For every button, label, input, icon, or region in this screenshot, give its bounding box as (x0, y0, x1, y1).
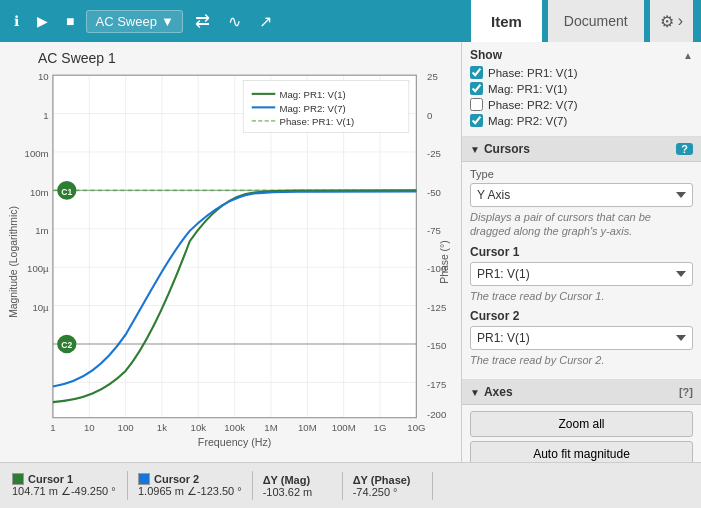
play-button[interactable]: ▶ (31, 9, 54, 33)
checkbox-mag-pr2-label: Mag: PR2: V(7) (488, 115, 567, 127)
cursor1-select[interactable]: PR1: V(1) PR2: V(7) (470, 262, 693, 286)
checkbox-phase-pr1[interactable]: Phase: PR1: V(1) (470, 66, 693, 79)
tab-document-label: Document (564, 13, 628, 29)
cursor2-select[interactable]: PR1: V(1) PR2: V(7) (470, 326, 693, 350)
svg-text:1m: 1m (35, 225, 48, 236)
type-select[interactable]: Y Axis X Axis Free (470, 183, 693, 207)
gear-icon: ⚙ (660, 12, 674, 31)
svg-text:10: 10 (84, 422, 95, 433)
checkbox-phase-pr1-label: Phase: PR1: V(1) (488, 67, 577, 79)
cursor2-status-header: Cursor 2 (138, 473, 242, 485)
cursors-section-header[interactable]: ▼ Cursors ? (462, 137, 701, 162)
chevron-icon: › (678, 12, 683, 30)
cursors-help-badge[interactable]: ? (676, 143, 693, 155)
sine-button[interactable]: ∿ (222, 8, 247, 35)
svg-text:Mag: PR1: V(1): Mag: PR1: V(1) (280, 89, 346, 100)
type-description: Displays a pair of cursors that can be d… (470, 210, 693, 239)
checkbox-mag-pr2[interactable]: Mag: PR2: V(7) (470, 114, 693, 127)
scroll-up-icon[interactable]: ▲ (683, 50, 693, 61)
svg-text:Frequency (Hz): Frequency (Hz) (198, 436, 272, 448)
axes-help-badge[interactable]: [?] (679, 386, 693, 398)
cursor2-group: Cursor 2 PR1: V(1) PR2: V(7) The trace r… (470, 309, 693, 367)
checkbox-mag-pr2-input[interactable] (470, 114, 483, 127)
svg-text:10G: 10G (407, 422, 425, 433)
svg-text:100k: 100k (224, 422, 245, 433)
svg-text:-75: -75 (427, 225, 441, 236)
svg-text:C1: C1 (61, 187, 72, 197)
zoom-all-button[interactable]: Zoom all (470, 411, 693, 437)
sweep-selector[interactable]: AC Sweep ▼ (86, 10, 182, 33)
cursor2-label: Cursor 2 (470, 309, 693, 323)
svg-text:10M: 10M (298, 422, 317, 433)
svg-text:1: 1 (43, 110, 48, 121)
svg-text:-25: -25 (427, 148, 441, 159)
sweep-label: AC Sweep (95, 14, 156, 29)
main-content: AC Sweep 1 (0, 42, 701, 462)
cursor1-group: Cursor 1 PR1: V(1) PR2: V(7) The trace r… (470, 245, 693, 303)
cursor1-status-label: Cursor 1 (28, 473, 73, 485)
delta-y-phase-header: ΔY (Phase) (353, 474, 422, 486)
svg-text:-175: -175 (427, 379, 446, 390)
svg-text:100m: 100m (25, 148, 49, 159)
checkbox-phase-pr2[interactable]: Phase: PR2: V(7) (470, 98, 693, 111)
auto-fit-button[interactable]: Auto fit magnitude (470, 441, 693, 462)
cursor1-status: Cursor 1 104.71 m ∠-49.250 ° (8, 471, 128, 500)
cursors-arrow-icon: ▼ (470, 144, 480, 155)
info-icon: ℹ (14, 13, 19, 29)
checkbox-phase-pr2-input[interactable] (470, 98, 483, 111)
svg-text:Phase (°): Phase (°) (438, 240, 450, 283)
svg-text:1k: 1k (157, 422, 167, 433)
chart-svg[interactable]: C1 C2 Mag: PR1: V(1) Mag: PR2: V(7) Phas… (8, 70, 457, 454)
tab-item[interactable]: Item (471, 0, 542, 42)
checkbox-mag-pr1-input[interactable] (470, 82, 483, 95)
chart-area: AC Sweep 1 (0, 42, 461, 462)
stop-icon: ■ (66, 13, 74, 29)
cursor2-color-box (138, 473, 150, 485)
checkbox-mag-pr1[interactable]: Mag: PR1: V(1) (470, 82, 693, 95)
delta-y-phase-status: ΔY (Phase) -74.250 ° (343, 472, 433, 500)
checkbox-phase-pr1-input[interactable] (470, 66, 483, 79)
cursor1-status-header: Cursor 1 (12, 473, 117, 485)
svg-text:1G: 1G (374, 422, 387, 433)
tab-item-label: Item (491, 13, 522, 30)
sweep-arrow-icon: ▼ (161, 14, 174, 29)
show-label-text: Show (470, 48, 502, 62)
right-panel: Show ▲ Phase: PR1: V(1) Mag: PR1: V(1) P… (461, 42, 701, 462)
cursor1-color-box (12, 473, 24, 485)
svg-text:10µ: 10µ (32, 302, 49, 313)
info-button[interactable]: ℹ (8, 9, 25, 33)
toolbar: ℹ ▶ ■ AC Sweep ▼ ⇄ ∿ ↗ Item Document ⚙ › (0, 0, 701, 42)
stop-button[interactable]: ■ (60, 9, 80, 33)
tab-document[interactable]: Document (548, 0, 644, 42)
axes-section-header[interactable]: ▼ Axes [?] (462, 380, 701, 405)
show-section: Show ▲ Phase: PR1: V(1) Mag: PR1: V(1) P… (462, 42, 701, 137)
status-bar: Cursor 1 104.71 m ∠-49.250 ° Cursor 2 1.… (0, 462, 701, 508)
cursor2-description: The trace read by Cursor 2. (470, 353, 693, 367)
svg-text:10k: 10k (191, 422, 207, 433)
delta-y-phase-label: ΔY (Phase) (353, 474, 411, 486)
chart-container[interactable]: C1 C2 Mag: PR1: V(1) Mag: PR2: V(7) Phas… (8, 70, 457, 454)
cursor1-status-value: 104.71 m ∠-49.250 ° (12, 485, 117, 498)
axes-arrow-icon: ▼ (470, 387, 480, 398)
measure-button[interactable]: ↗ (253, 8, 278, 35)
cursor2-status-label: Cursor 2 (154, 473, 199, 485)
waveform-button[interactable]: ⇄ (189, 6, 216, 36)
cursor2-status-value: 1.0965 m ∠-123.50 ° (138, 485, 242, 498)
svg-text:1: 1 (50, 422, 55, 433)
svg-text:0: 0 (427, 110, 432, 121)
delta-y-mag-status: ΔY (Mag) -103.62 m (253, 472, 343, 500)
svg-text:100M: 100M (332, 422, 356, 433)
svg-text:-125: -125 (427, 302, 446, 313)
play-icon: ▶ (37, 13, 48, 29)
delta-y-phase-value: -74.250 ° (353, 486, 422, 498)
svg-text:-50: -50 (427, 187, 441, 198)
svg-text:-200: -200 (427, 409, 446, 420)
svg-text:1M: 1M (264, 422, 277, 433)
svg-text:100µ: 100µ (27, 264, 49, 275)
settings-button[interactable]: ⚙ › (650, 0, 693, 42)
cursor1-description: The trace read by Cursor 1. (470, 289, 693, 303)
chart-title: AC Sweep 1 (38, 50, 457, 66)
svg-text:100: 100 (118, 422, 134, 433)
cursors-label: Cursors (484, 142, 530, 156)
svg-text:10m: 10m (30, 187, 49, 198)
